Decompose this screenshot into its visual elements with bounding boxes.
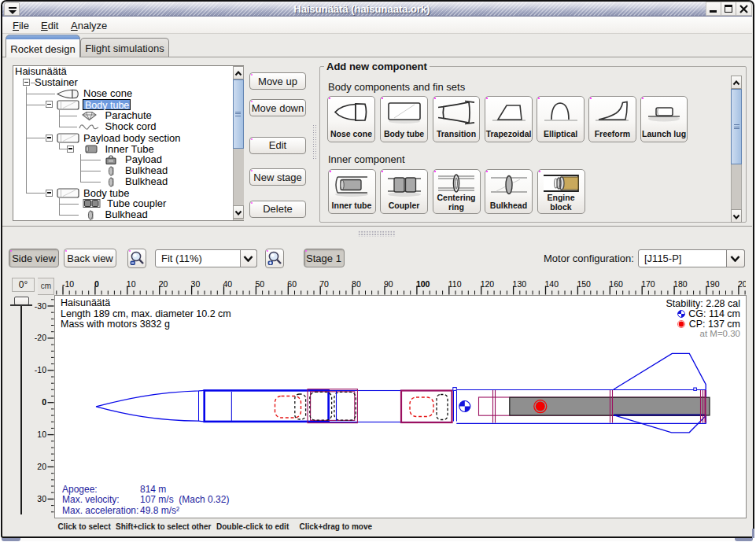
svg-text:20: 20	[37, 462, 46, 471]
svg-text:30: 30	[191, 279, 201, 289]
svg-text:100: 100	[416, 279, 430, 289]
svg-text:10: 10	[37, 430, 46, 439]
svg-text:-30: -30	[35, 301, 46, 311]
svg-text:160: 160	[609, 279, 623, 289]
svg-text:-20: -20	[35, 333, 46, 342]
svg-text:-10: -10	[35, 365, 46, 374]
svg-text:170: 170	[641, 279, 655, 289]
svg-text:180: 180	[673, 279, 688, 289]
svg-text:190: 190	[706, 279, 720, 289]
svg-text:20: 20	[159, 279, 168, 289]
svg-text:60: 60	[287, 279, 297, 289]
svg-text:40: 40	[223, 279, 233, 289]
svg-text:150: 150	[577, 279, 591, 289]
svg-text:110: 110	[448, 279, 462, 289]
svg-text:0: 0	[42, 397, 46, 407]
svg-text:0: 0	[94, 279, 99, 289]
svg-text:130: 130	[513, 279, 527, 289]
svg-text:70: 70	[319, 279, 329, 289]
svg-text:120: 120	[481, 279, 495, 289]
svg-text:80: 80	[352, 279, 361, 289]
svg-text:30: 30	[37, 494, 46, 503]
svg-text:10: 10	[127, 279, 136, 289]
svg-text:140: 140	[545, 279, 559, 289]
svg-text:200: 200	[738, 279, 746, 289]
svg-text:-10: -10	[62, 279, 74, 289]
svg-text:90: 90	[384, 279, 393, 289]
svg-text:50: 50	[255, 279, 264, 289]
